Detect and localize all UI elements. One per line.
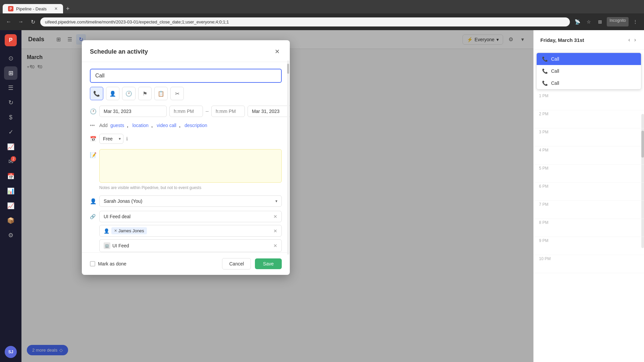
contact-clear-button[interactable]: ✕ <box>273 228 277 234</box>
save-button[interactable]: Save <box>255 258 282 269</box>
sidebar-item-reports[interactable]: 📊 <box>4 184 17 198</box>
flag-icon: ⚑ <box>143 90 147 97</box>
modal-close-button[interactable]: ✕ <box>272 47 282 56</box>
add-links-row: ••• Add guests , location , video call ,… <box>90 122 282 128</box>
tab-favicon: P <box>8 6 13 11</box>
mark-done-checkbox[interactable] <box>90 261 95 266</box>
back-button[interactable]: ← <box>4 17 13 26</box>
calendar-busy-icon: 📅 <box>90 136 97 142</box>
person-assigned-icon: 👤 <box>90 198 97 204</box>
busy-row: 📅 Free Busy ℹ <box>90 134 282 144</box>
modal-scrollbar[interactable] <box>287 60 289 255</box>
activity-type-flag[interactable]: ⚑ <box>138 87 152 100</box>
modal-container: Schedule an activity ✕ 📞 👤 🕐 ⚑ <box>21 30 644 362</box>
modal-header: Schedule an activity ✕ <box>82 40 290 62</box>
user-avatar[interactable]: SJ <box>5 346 17 358</box>
sidebar: P ⊙ ⊞ ☰ ↻ $ ✓ 📈 ✉ 2 📅 📊 📈 📦 ⚙ SJ <box>0 30 21 362</box>
close-tab-button[interactable]: ✕ <box>54 6 58 11</box>
deal-field[interactable]: UI Feed deal ✕ <box>99 211 282 222</box>
notes-row: 📝 <box>90 149 282 183</box>
sidebar-item-calendar[interactable]: 📅 <box>4 170 17 183</box>
sidebar-item-timeline[interactable]: ↻ <box>4 96 17 109</box>
activity-type-misc[interactable]: ✂ <box>170 87 184 100</box>
schedule-activity-modal: Schedule an activity ✕ 📞 👤 🕐 ⚑ <box>82 40 290 275</box>
end-date-input[interactable] <box>248 106 290 117</box>
chevron-down-icon: ▾ <box>275 199 277 203</box>
activity-type-contact[interactable]: 👤 <box>106 87 119 100</box>
browser-chrome: P Pipeline - Deals ✕ + ← → ↻ uifeed.pipe… <box>0 0 644 30</box>
video-call-link[interactable]: video call <box>157 123 176 128</box>
description-link[interactable]: description <box>184 123 207 128</box>
refresh-button[interactable]: ↻ <box>28 17 38 26</box>
assigned-select[interactable]: Sarah Jonas (You) ▾ <box>99 195 282 207</box>
app-logo[interactable]: P <box>5 34 17 46</box>
activity-title-input[interactable] <box>90 69 282 83</box>
activity-types-row: 📞 👤 🕐 ⚑ 📋 ✂ <box>90 87 282 100</box>
sidebar-item-leads[interactable]: 📈 <box>4 140 17 154</box>
org-icon: 🏢 <box>104 242 110 249</box>
guests-link[interactable]: guests <box>110 123 124 128</box>
modal-title: Schedule an activity <box>90 48 148 55</box>
link-icon: 🔗 <box>90 214 97 219</box>
new-tab-button[interactable]: + <box>63 4 72 13</box>
task-icon: 📋 <box>158 90 164 97</box>
end-time-input[interactable] <box>211 106 245 117</box>
clock-icon: 🕐 <box>90 108 97 115</box>
contact-field[interactable]: 👤 ✕ James Jones ✕ <box>99 225 282 237</box>
sidebar-item-email[interactable]: ✉ 2 <box>4 155 17 168</box>
contact-row: 👤 ✕ James Jones ✕ <box>99 225 282 237</box>
cancel-button[interactable]: Cancel <box>222 258 251 269</box>
assigned-to-row: 👤 Sarah Jonas (You) ▾ <box>90 195 282 207</box>
forward-button[interactable]: → <box>16 17 25 26</box>
notes-hint: Notes are visible within Pipedrive, but … <box>99 185 282 190</box>
mark-done-label: Mark as done <box>98 261 126 266</box>
url-bar[interactable]: uifeed.pipedrive.com/timeline/month/2023… <box>40 17 570 26</box>
incognito-label: Incognito <box>607 17 629 26</box>
org-field[interactable]: 🏢 UI Feed ✕ <box>99 239 282 252</box>
activity-type-task[interactable]: 📋 <box>154 87 168 100</box>
sidebar-item-marketplace[interactable]: ⚙ <box>4 229 17 242</box>
clock-icon: 🕐 <box>125 90 132 97</box>
org-row: 🏢 UI Feed ✕ <box>99 239 282 252</box>
activity-type-call[interactable]: 📞 <box>90 87 103 100</box>
cast-button[interactable]: 📡 <box>573 17 582 26</box>
sidebar-item-activity[interactable]: ⊙ <box>4 52 17 65</box>
deal-clear-button[interactable]: ✕ <box>273 214 277 219</box>
contact-tag: ✕ James Jones <box>111 227 147 234</box>
notes-textarea[interactable] <box>99 149 282 183</box>
email-badge: 2 <box>11 156 16 162</box>
ellipsis-icon: ••• <box>90 123 97 128</box>
deal-row: 🔗 UI Feed deal ✕ <box>90 211 282 222</box>
contact-tag-remove[interactable]: ✕ <box>114 229 117 233</box>
sidebar-item-pipeline[interactable]: ⊞ <box>4 66 17 80</box>
modal-footer: Mark as done Cancel Save <box>82 252 290 275</box>
person-icon: 👤 <box>109 90 116 97</box>
scissors-icon: ✂ <box>175 90 179 97</box>
sidebar-item-insights[interactable]: 📈 <box>4 199 17 213</box>
start-time-input[interactable] <box>169 106 203 117</box>
datetime-row: 🕐 – <box>90 106 282 117</box>
notes-icon: 📝 <box>90 152 97 183</box>
start-date-input[interactable] <box>99 106 167 117</box>
sidebar-item-products[interactable]: 📦 <box>4 214 17 227</box>
modal-body: 📞 👤 🕐 ⚑ 📋 ✂ 🕐 <box>82 62 290 252</box>
sidebar-item-list[interactable]: ☰ <box>4 81 17 95</box>
activity-type-clock[interactable]: 🕐 <box>122 87 136 100</box>
sidebar-item-tasks[interactable]: ✓ <box>4 125 17 139</box>
busy-free-select[interactable]: Free Busy <box>99 134 123 144</box>
tab-title: Pipeline - Deals <box>16 6 47 11</box>
active-tab[interactable]: P Pipeline - Deals ✕ <box>3 4 63 13</box>
bookmark-button[interactable]: ☆ <box>584 17 593 26</box>
call-icon: 📞 <box>93 90 100 97</box>
info-icon[interactable]: ℹ <box>126 136 128 141</box>
location-link[interactable]: location <box>132 123 149 128</box>
org-clear-button[interactable]: ✕ <box>273 243 277 248</box>
menu-button[interactable]: ⋮ <box>631 17 640 26</box>
mark-done-row: Mark as done <box>90 261 126 266</box>
extensions-button[interactable]: ⊞ <box>595 17 605 26</box>
contact-person-icon: 👤 <box>104 228 109 234</box>
sidebar-item-deals[interactable]: $ <box>4 111 17 124</box>
